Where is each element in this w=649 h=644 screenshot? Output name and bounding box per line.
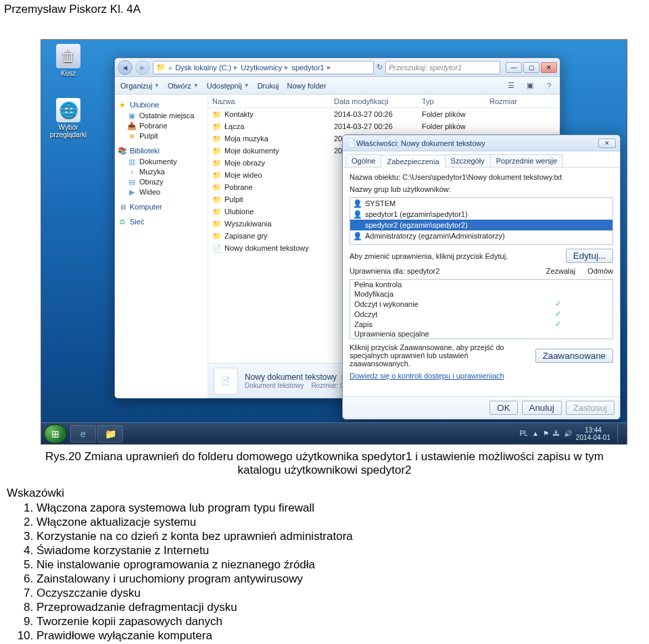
file-name: Nowy dokument tekstowy: [224, 244, 309, 252]
tray-action-center-icon[interactable]: ⚑: [543, 430, 549, 437]
address-bar[interactable]: 📁 « Dysk lokalny (C:) ▸ Użytkownicy ▸ sp…: [153, 61, 374, 74]
nav-item[interactable]: ▥Dokumenty: [127, 157, 205, 166]
show-desktop-button[interactable]: [617, 424, 624, 443]
file-row[interactable]: 📁Kontakty2014-03-27 00:26Folder plików: [208, 108, 560, 120]
taskbar-explorer[interactable]: 📁: [97, 425, 123, 443]
nav-item[interactable]: ▤Obrazy: [127, 177, 205, 187]
taskbar: ⊞ e 📁 PL ▲ ⚑ 🖧 🔊 13:44 2014-04-01: [41, 422, 627, 444]
learn-more-link[interactable]: Dowiedz się o kontroli dostępu i uprawni…: [350, 372, 613, 380]
file-row[interactable]: 📁Łącza2014-03-27 00:26Folder plików: [208, 120, 560, 132]
tip-item: Włączone aktualizacje systemu: [37, 516, 642, 529]
preview-pane-icon[interactable]: ▣: [525, 80, 535, 91]
tip-item: Tworzenie kopii zapasowych danych: [37, 615, 642, 628]
lang-indicator[interactable]: PL: [520, 430, 528, 437]
explorer-toolbar: Organizuj▼ Otwórz▼ Udostępnij▼ Drukuj No…: [115, 77, 560, 95]
desktop-recycle-bin[interactable]: 🗑 Kosz: [48, 44, 89, 77]
col-name[interactable]: Nazwa: [212, 97, 334, 105]
toolbar-open[interactable]: Otwórz▼: [168, 82, 199, 90]
details-type: Dokument tekstowy: [245, 382, 304, 389]
edit-button[interactable]: Edytuj...: [566, 249, 613, 263]
nav-item[interactable]: 📥Pobrane: [127, 121, 205, 130]
folder-icon: 📁: [212, 158, 222, 168]
tab-security[interactable]: Zabezpieczenia: [381, 155, 445, 168]
desktop-browser-chooser[interactable]: 🌐 Wybór przeglądarki: [48, 98, 89, 139]
nav-libraries[interactable]: 📚Biblioteki: [118, 146, 205, 155]
cancel-button[interactable]: Anuluj: [522, 401, 562, 415]
close-button[interactable]: ✕: [541, 62, 557, 73]
view-options-icon[interactable]: ☰: [506, 80, 516, 91]
taskbar-ie[interactable]: e: [70, 425, 96, 443]
file-type: Folder plików: [422, 110, 489, 118]
file-name: Zapisane gry: [224, 232, 268, 240]
tip-item: Zainstalowany i uruchomiony program anty…: [37, 572, 642, 586]
tips-list: Włączona zapora systemowa lub program ty…: [37, 501, 642, 643]
groups-label: Nazwy grup lub użytkowników:: [350, 185, 613, 193]
user-icon: 👤: [353, 209, 362, 219]
desktop-browser-label: Wybór przeglądarki: [48, 124, 89, 139]
deny-header: Odmów: [587, 267, 613, 275]
permission-row: Modyfikacja: [350, 289, 612, 299]
breadcrumb-seg[interactable]: Użytkownicy: [241, 64, 282, 72]
file-date: 2014-03-27 00:26: [334, 122, 422, 130]
toolbar-print[interactable]: Drukuj: [258, 82, 279, 90]
props-close-button[interactable]: ✕: [598, 139, 616, 148]
nav-computer[interactable]: 🖥Komputer: [118, 202, 205, 212]
tray-flag-icon[interactable]: ▲: [532, 430, 539, 437]
col-date[interactable]: Data modyfikacji: [334, 97, 422, 105]
column-headers[interactable]: Nazwa Data modyfikacji Typ Rozmiar: [208, 95, 560, 108]
nav-network[interactable]: ⧉Sieć: [118, 217, 205, 226]
system-tray: PL ▲ ⚑ 🖧 🔊 13:44 2014-04-01: [520, 424, 624, 443]
nav-back-button[interactable]: ◄: [118, 60, 133, 75]
perm-for-label: Uprawnienia dla: spedytor2: [350, 267, 439, 275]
minimize-button[interactable]: —: [506, 62, 522, 73]
advanced-button[interactable]: Zaawansowane: [535, 349, 613, 363]
user-entry[interactable]: 👤spedytor1 (egzamin\spedytor1): [350, 209, 612, 220]
user-list[interactable]: 👤SYSTEM👤spedytor1 (egzamin\spedytor1)👤sp…: [350, 197, 613, 245]
tab-general[interactable]: Ogólne: [345, 154, 381, 167]
col-type[interactable]: Typ: [422, 97, 489, 105]
user-entry[interactable]: 👤spedytor2 (egzamin\spedytor2): [350, 220, 612, 230]
doc-icon: 📄: [347, 139, 356, 148]
tip-item: Prawidłowe wyłączanie komputera: [37, 629, 642, 643]
tray-network-icon[interactable]: 🖧: [553, 430, 560, 437]
refresh-icon[interactable]: ↻: [377, 63, 383, 72]
txt-file-icon: 📄: [214, 368, 238, 395]
object-name-label: Nazwa obiektu:: [350, 173, 400, 181]
folder-icon: 📁: [212, 207, 222, 216]
maximize-button[interactable]: ▢: [523, 62, 539, 73]
breadcrumb-seg[interactable]: Dysk lokalny (C:): [175, 64, 231, 72]
user-name: SYSTEM: [365, 199, 395, 207]
nav-item[interactable]: ▶Wideo: [127, 187, 205, 197]
props-title: Właściwości: Nowy dokument tekstowy: [356, 139, 598, 147]
tab-previous-versions[interactable]: Poprzednie wersje: [490, 154, 564, 167]
breadcrumb-seg[interactable]: spedytor1: [291, 64, 324, 72]
nav-favorites[interactable]: ★Ulubione: [118, 100, 205, 109]
nav-item[interactable]: ▣Ostatnie miejsca: [127, 111, 205, 120]
user-entry[interactable]: 👤SYSTEM: [350, 198, 612, 209]
ok-button[interactable]: OK: [489, 401, 517, 415]
start-button[interactable]: ⊞: [44, 424, 67, 443]
tip-item: Korzystanie na co dzień z konta bez upra…: [37, 530, 642, 543]
perm-name: Pełna kontrola: [354, 280, 541, 289]
toolbar-new-folder[interactable]: Nowy folder: [287, 82, 326, 90]
tray-volume-icon[interactable]: 🔊: [564, 430, 572, 437]
toolbar-share[interactable]: Udostępnij▼: [207, 82, 249, 90]
toolbar-organize[interactable]: Organizuj▼: [120, 82, 160, 90]
taskbar-clock[interactable]: 13:44 2014-04-01: [576, 426, 610, 441]
user-entry[interactable]: 👤Administratorzy (egzamin\Administratorz…: [350, 230, 612, 241]
nav-item[interactable]: ■Pulpit: [127, 131, 205, 141]
col-size[interactable]: Rozmiar: [489, 97, 537, 105]
tab-details[interactable]: Szczegóły: [445, 154, 491, 167]
file-name: Wyszukiwania: [224, 220, 272, 228]
user-icon: 👤: [353, 220, 362, 230]
search-input[interactable]: Przeszukaj: spedytor1: [385, 61, 500, 74]
permissions-list: Pełna kontrolaModyfikacjaOdczyt i wykona…: [350, 279, 613, 339]
txt-file-icon: 📄: [212, 243, 222, 253]
apply-button[interactable]: Zastosuj: [566, 401, 615, 415]
file-name: Moje obrazy: [224, 159, 265, 167]
advanced-hint: Kliknij przycisk Zaawansowane, aby przej…: [350, 343, 529, 368]
nav-forward-button[interactable]: ►: [135, 60, 150, 75]
perm-name: Odczyt i wykonanie: [354, 300, 541, 308]
nav-item[interactable]: ♪Muzyka: [127, 167, 205, 176]
help-icon[interactable]: ?: [544, 80, 554, 91]
